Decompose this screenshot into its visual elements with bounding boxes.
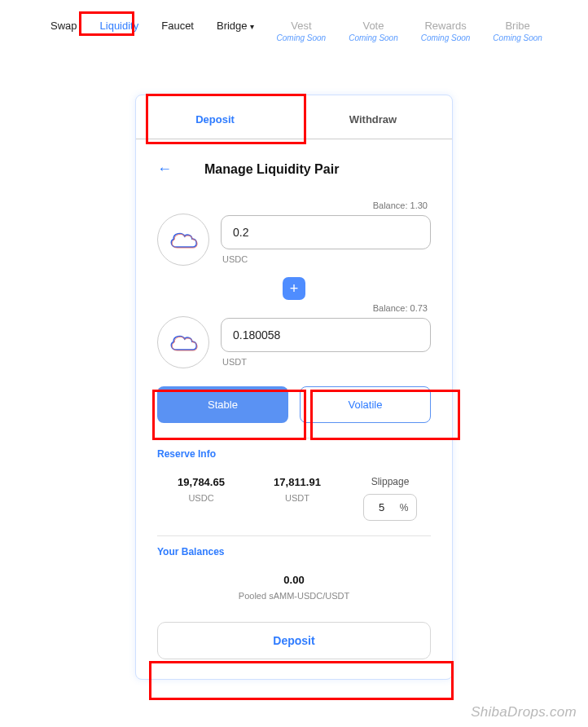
- token0-amount-input[interactable]: [221, 215, 431, 249]
- pooled-balance-label: Pooled sAMM-USDC/USDT: [157, 591, 431, 601]
- cloud-icon: [167, 229, 200, 250]
- nav-vest: Vest Coming Soon: [265, 15, 338, 47]
- pooled-balance-value: 0.00: [157, 574, 431, 586]
- nav-bridge[interactable]: Bridge▾: [205, 15, 265, 37]
- nav-bribe: Bribe Coming Soon: [481, 15, 554, 47]
- back-arrow-icon[interactable]: ←: [157, 161, 172, 178]
- slippage-percent: %: [400, 502, 409, 513]
- card-tabs: Deposit Withdraw: [136, 95, 452, 139]
- reserve-a-value: 19,784.65: [157, 476, 245, 488]
- coming-soon-label: Coming Soon: [421, 33, 471, 42]
- slippage-box: %: [363, 494, 418, 521]
- volatile-button[interactable]: Volatile: [300, 386, 431, 423]
- stable-button[interactable]: Stable: [157, 386, 288, 423]
- coming-soon-label: Coming Soon: [349, 33, 398, 42]
- token0-balance: Balance: 1.30: [157, 200, 431, 210]
- watermark: ShibaDrops.com: [471, 704, 577, 720]
- tab-withdraw[interactable]: Withdraw: [294, 95, 452, 139]
- slippage-input[interactable]: [372, 501, 392, 513]
- page-title: Manage Liquidity Pair: [204, 162, 339, 177]
- tab-deposit[interactable]: Deposit: [136, 95, 294, 139]
- deposit-button[interactable]: Deposit: [157, 622, 431, 659]
- divider: [157, 438, 431, 438]
- coming-soon-label: Coming Soon: [277, 33, 327, 42]
- divider: [157, 535, 431, 536]
- reserve-b-label: USDT: [253, 493, 341, 503]
- nav-bridge-label: Bridge: [217, 20, 248, 32]
- token0-symbol: USDC: [221, 254, 431, 264]
- nav-liquidity[interactable]: Liquidity: [89, 15, 151, 37]
- token1-balance: Balance: 0.73: [157, 303, 431, 313]
- reserve-b-value: 17,811.91: [253, 476, 341, 488]
- nav-swap[interactable]: Swap: [39, 15, 89, 37]
- token1-amount-input[interactable]: [221, 318, 431, 352]
- nav-rewards: Rewards Coming Soon: [410, 15, 482, 47]
- nav-bribe-label: Bribe: [505, 20, 529, 32]
- nav-vote-label: Vote: [362, 20, 384, 32]
- slippage-title: Slippage: [349, 476, 431, 487]
- nav-faucet[interactable]: Faucet: [150, 15, 205, 37]
- token1-icon[interactable]: [157, 316, 209, 368]
- coming-soon-label: Coming Soon: [493, 33, 542, 42]
- reserve-a-label: USDC: [157, 493, 245, 503]
- your-balances-title: Your Balances: [157, 546, 431, 557]
- cloud-icon: [167, 332, 200, 353]
- nav-vest-label: Vest: [291, 20, 311, 32]
- token1-symbol: USDT: [221, 357, 431, 367]
- token0-icon[interactable]: [157, 214, 209, 266]
- nav-vote: Vote Coming Soon: [337, 15, 410, 47]
- chevron-down-icon: ▾: [250, 22, 254, 31]
- plus-icon: +: [283, 277, 305, 300]
- nav-rewards-label: Rewards: [424, 20, 466, 32]
- liquidity-card: Deposit Withdraw ← Manage Liquidity Pair…: [135, 95, 453, 680]
- top-nav: Swap Liquidity Faucet Bridge▾ Vest Comin…: [0, 0, 588, 47]
- reserve-info-title: Reserve Info: [157, 448, 431, 460]
